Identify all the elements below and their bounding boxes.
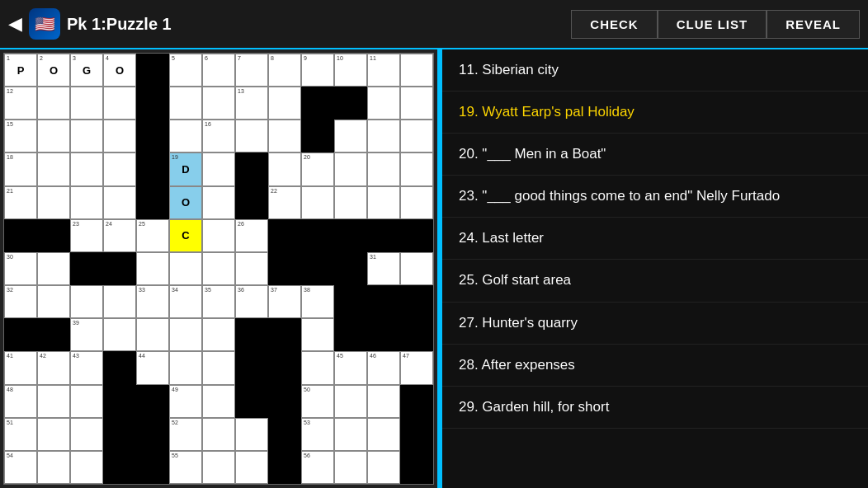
cell-r2-c0[interactable]: 15 <box>4 120 37 152</box>
cell-r2-c12[interactable] <box>400 120 433 152</box>
cell-r12-c0[interactable]: 54 <box>4 451 37 484</box>
clue-item-27[interactable]: 27. Hunter's quarry <box>442 303 868 345</box>
cell-r5-c3[interactable]: 24 <box>103 219 136 252</box>
cell-r8-c6[interactable] <box>202 318 235 351</box>
cell-r12-c7[interactable] <box>235 451 268 484</box>
cell-r11-c6[interactable] <box>202 418 235 451</box>
cell-r4-c12[interactable] <box>400 186 433 219</box>
cell-r3-c1[interactable] <box>37 152 70 185</box>
cell-r6-c1[interactable] <box>37 252 70 285</box>
cell-r0-c8[interactable]: 8 <box>268 54 301 87</box>
cell-r0-c7[interactable]: 7 <box>235 54 268 87</box>
cell-r6-c11[interactable]: 31 <box>367 252 400 285</box>
cell-r2-c10[interactable] <box>334 120 367 152</box>
cell-r1-c6[interactable] <box>202 87 235 120</box>
cell-r7-c3[interactable] <box>103 285 136 318</box>
cell-r6-c6[interactable] <box>202 252 235 285</box>
cell-r10-c11[interactable] <box>367 385 400 418</box>
cell-r1-c5[interactable] <box>169 87 202 120</box>
clue-item-25[interactable]: 25. Golf start area <box>442 260 868 302</box>
cell-r5-c5[interactable]: C <box>169 219 202 252</box>
cell-r10-c2[interactable] <box>70 385 103 418</box>
clue-item-20[interactable]: 20. "___ Men in a Boat" <box>442 134 868 176</box>
cell-r7-c8[interactable]: 37 <box>268 285 301 318</box>
cell-r5-c2[interactable]: 23 <box>70 219 103 252</box>
cell-r0-c11[interactable]: 11 <box>367 54 400 87</box>
cell-r3-c5[interactable]: 19D <box>169 152 202 185</box>
cell-r6-c7[interactable] <box>235 252 268 285</box>
cell-r1-c12[interactable] <box>400 87 433 120</box>
cell-r2-c1[interactable] <box>37 120 70 152</box>
cell-r3-c8[interactable] <box>268 152 301 185</box>
cell-r0-c1[interactable]: 2O <box>37 54 70 87</box>
cell-r1-c7[interactable]: 13 <box>235 87 268 120</box>
cell-r4-c6[interactable] <box>202 186 235 219</box>
cell-r3-c9[interactable]: 20 <box>301 152 334 185</box>
cell-r4-c8[interactable]: 22 <box>268 186 301 219</box>
cell-r10-c1[interactable] <box>37 385 70 418</box>
cell-r0-c9[interactable]: 9 <box>301 54 334 87</box>
cell-r2-c3[interactable] <box>103 120 136 152</box>
reveal-button[interactable]: REVEAL <box>767 10 860 39</box>
cell-r11-c9[interactable]: 53 <box>301 418 334 451</box>
cell-r4-c10[interactable] <box>334 186 367 219</box>
cell-r11-c0[interactable]: 51 <box>4 418 37 451</box>
cell-r12-c10[interactable] <box>334 451 367 484</box>
crossword-grid[interactable]: 1P2O3G4O567891011121315161819D2021O22232… <box>3 53 434 485</box>
cell-r11-c7[interactable] <box>235 418 268 451</box>
cell-r4-c9[interactable] <box>301 186 334 219</box>
cell-r10-c5[interactable]: 49 <box>169 385 202 418</box>
cell-r11-c11[interactable] <box>367 418 400 451</box>
back-button[interactable]: ◀ <box>8 13 22 35</box>
check-button[interactable]: CHECK <box>571 10 657 39</box>
cell-r0-c0[interactable]: 1P <box>4 54 37 87</box>
cell-r1-c8[interactable] <box>268 87 301 120</box>
cell-r4-c5[interactable]: O <box>169 186 202 219</box>
cell-r7-c4[interactable]: 33 <box>136 285 169 318</box>
cell-r11-c10[interactable] <box>334 418 367 451</box>
cell-r1-c11[interactable] <box>367 87 400 120</box>
cell-r5-c6[interactable] <box>202 219 235 252</box>
clue-item-11[interactable]: 11. Siberian city <box>442 49 868 92</box>
cell-r3-c0[interactable]: 18 <box>4 152 37 185</box>
cell-r3-c3[interactable] <box>103 152 136 185</box>
cell-r10-c0[interactable]: 48 <box>4 385 37 418</box>
cell-r10-c10[interactable] <box>334 385 367 418</box>
cell-r0-c6[interactable]: 6 <box>202 54 235 87</box>
cell-r4-c1[interactable] <box>37 186 70 219</box>
clue-item-29[interactable]: 29. Garden hill, for short <box>442 387 868 429</box>
cell-r7-c2[interactable] <box>70 285 103 318</box>
cell-r4-c11[interactable] <box>367 186 400 219</box>
cell-r12-c5[interactable]: 55 <box>169 451 202 484</box>
clue-item-23[interactable]: 23. "___ good things come to an end" Nel… <box>442 176 868 218</box>
cell-r7-c7[interactable]: 36 <box>235 285 268 318</box>
cell-r9-c5[interactable] <box>169 351 202 384</box>
cell-r7-c5[interactable]: 34 <box>169 285 202 318</box>
cell-r3-c11[interactable] <box>367 152 400 185</box>
cell-r11-c5[interactable]: 52 <box>169 418 202 451</box>
cell-r8-c2[interactable]: 39 <box>70 318 103 351</box>
cell-r11-c2[interactable] <box>70 418 103 451</box>
cell-r12-c6[interactable] <box>202 451 235 484</box>
cell-r4-c0[interactable]: 21 <box>4 186 37 219</box>
cell-r9-c1[interactable]: 42 <box>37 351 70 384</box>
cell-r8-c3[interactable] <box>103 318 136 351</box>
cell-r0-c10[interactable]: 10 <box>334 54 367 87</box>
cell-r2-c7[interactable] <box>235 120 268 152</box>
cell-r3-c2[interactable] <box>70 152 103 185</box>
cell-r2-c2[interactable] <box>70 120 103 152</box>
clue-list[interactable]: 11. Siberian city 19. Wyatt Earp's pal H… <box>442 49 868 488</box>
cell-r4-c2[interactable] <box>70 186 103 219</box>
cell-r9-c4[interactable]: 44 <box>136 351 169 384</box>
cell-r9-c6[interactable] <box>202 351 235 384</box>
cell-r7-c0[interactable]: 32 <box>4 285 37 318</box>
cell-r9-c12[interactable]: 47 <box>400 351 433 384</box>
clue-item-28[interactable]: 28. After expenses <box>442 345 868 387</box>
cell-r0-c5[interactable]: 5 <box>169 54 202 87</box>
clue-list-button[interactable]: CLUE LIST <box>658 10 767 39</box>
cell-r2-c5[interactable] <box>169 120 202 152</box>
cell-r1-c3[interactable] <box>103 87 136 120</box>
cell-r1-c0[interactable]: 12 <box>4 87 37 120</box>
cell-r2-c6[interactable]: 16 <box>202 120 235 152</box>
cell-r9-c11[interactable]: 46 <box>367 351 400 384</box>
